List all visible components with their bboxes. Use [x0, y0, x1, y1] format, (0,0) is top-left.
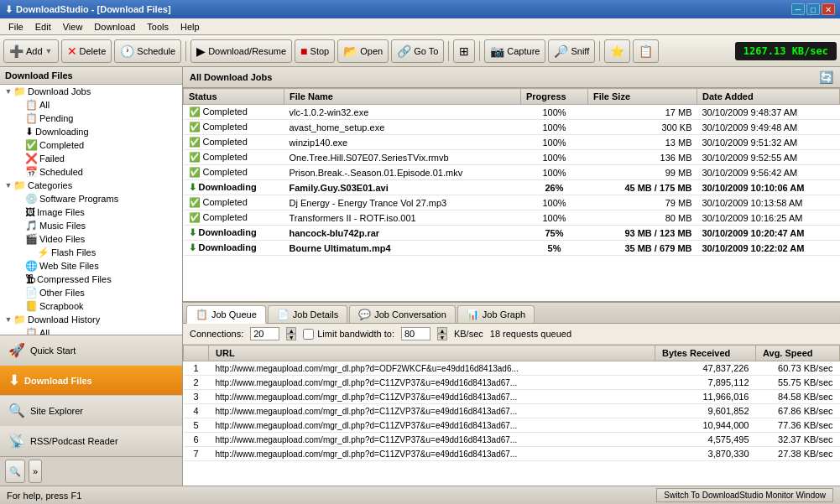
add-button[interactable]: ➕ Add ▼: [3, 39, 59, 63]
list-item[interactable]: 2 http://www.megaupload.com/mgr_dl.php?d…: [184, 376, 840, 390]
bandwidth-down[interactable]: ▼: [437, 334, 447, 340]
menu-view[interactable]: View: [58, 21, 88, 33]
table-row[interactable]: ⬇ Downloading hancock-blu742p.rar 75% 93…: [184, 226, 840, 241]
table-row[interactable]: ✅ Completed avast_home_setup.exe 100% 30…: [184, 120, 840, 135]
nav-item-quick-start[interactable]: 🚀Quick Start: [0, 335, 182, 366]
list-item[interactable]: 6 http://www.megaupload.com/mgr_dl.php?d…: [184, 433, 840, 447]
list-item[interactable]: 5 http://www.megaupload.com/mgr_dl.php?d…: [184, 418, 840, 433]
menu-download[interactable]: Download: [89, 21, 140, 33]
connections-table-container: URL Bytes Received Avg. Speed 1 http://w…: [183, 345, 840, 486]
sidebar-tree-item-software[interactable]: 💿Software Programs: [0, 192, 182, 205]
tab-job-conversation[interactable]: 💬Job Conversation: [349, 305, 456, 323]
sniff-button[interactable]: 🔎 Sniff: [548, 39, 595, 63]
content-title: All Download Jobs: [190, 72, 272, 82]
conn-speed: 32.37 KB/sec: [756, 433, 840, 447]
sidebar-tree-item-failed[interactable]: ❌Failed: [0, 152, 182, 165]
nav-item-download-files[interactable]: ⬇Download Files: [0, 366, 182, 396]
delete-button[interactable]: ✕ Delete: [61, 39, 112, 63]
title-bar-left: ⬇ DownloadStudio - [Download Files]: [5, 4, 171, 15]
job-size: 35 MB / 679 MB: [588, 241, 697, 256]
job-date: 30/10/2009 10:16:25 AM: [697, 210, 840, 226]
list-item[interactable]: 1 http://www.megaupload.com/mgr_dl.php?d…: [184, 361, 840, 376]
table-row[interactable]: ✅ Completed vlc-1.0.2-win32.exe 100% 17 …: [184, 105, 840, 120]
close-button[interactable]: ✕: [822, 3, 835, 15]
job-filename: One.Tree.Hill.S07E07.SeriesTVix.rmvb: [284, 150, 521, 165]
goto-button[interactable]: 🔗 Go To: [391, 39, 444, 63]
job-filename: avast_home_setup.exe: [284, 120, 521, 135]
refresh-icon[interactable]: 🔄: [819, 70, 833, 84]
sidebar-tree-item-other[interactable]: 📄Other Files: [0, 286, 182, 299]
minimize-button[interactable]: ─: [791, 3, 805, 15]
job-date: 30/10/2009 9:49:48 AM: [697, 120, 840, 135]
download-resume-button[interactable]: ▶ Download/Resume: [190, 39, 292, 63]
grid-button[interactable]: ⊞: [453, 39, 475, 63]
table-row[interactable]: ✅ Completed winzip140.exe 100% 13 MB 30/…: [184, 135, 840, 150]
table-row[interactable]: ⬇ Downloading Bourne Ultimatum.mp4 5% 35…: [184, 241, 840, 256]
connections-input[interactable]: [250, 327, 279, 340]
job-size: 93 MB / 123 MB: [588, 226, 697, 241]
job-status: ✅ Completed: [184, 150, 284, 165]
sidebar-tree-item-website[interactable]: 🌐Web Site Files: [0, 259, 182, 273]
sidebar-tree-item-scrapbook[interactable]: 📒Scrapbook: [0, 299, 182, 313]
sidebar-tree-item-flash[interactable]: ⚡Flash Files: [0, 246, 182, 259]
delete-icon: ✕: [67, 44, 77, 58]
menu-edit[interactable]: Edit: [30, 21, 56, 33]
job-date: 30/10/2009 10:13:58 AM: [697, 195, 840, 210]
sidebar-bottom-arrow[interactable]: »: [29, 460, 42, 483]
table-row[interactable]: ✅ Completed Transformers II - ROTF.iso.0…: [184, 210, 840, 226]
sidebar-tree-item-scheduled[interactable]: 📅Scheduled: [0, 165, 182, 179]
list-item[interactable]: 7 http://www.megaupload.com/mgr_dl.php?d…: [184, 447, 840, 461]
table-row[interactable]: ✅ Completed One.Tree.Hill.S07E07.SeriesT…: [184, 150, 840, 165]
menu-tools[interactable]: Tools: [142, 21, 174, 33]
table-row[interactable]: ⬇ Downloading Family.Guy.S03E01.avi 26% …: [184, 180, 840, 195]
star-button[interactable]: ⭐: [604, 39, 630, 63]
copy-button[interactable]: 📋: [633, 39, 659, 63]
list-item[interactable]: 4 http://www.megaupload.com/mgr_dl.php?d…: [184, 404, 840, 418]
tab-job-queue[interactable]: 📋Job Queue: [186, 305, 266, 324]
connections-down[interactable]: ▼: [286, 334, 296, 340]
sidebar-tree-item-categories[interactable]: ▼📁Categories: [0, 179, 182, 192]
conn-url: http://www.megaupload.com/mgr_dl.php?d=C…: [209, 404, 655, 418]
menu-help[interactable]: Help: [175, 21, 205, 33]
nav-item-rss-reader[interactable]: 📡RSS/Podcast Reader: [0, 426, 182, 456]
sidebar-tree-item-history-all[interactable]: 📋All: [0, 326, 182, 335]
sidebar-tree-item-compressed[interactable]: 🗜Compressed Files: [0, 273, 182, 286]
tab-job-graph[interactable]: 📊Job Graph: [457, 305, 535, 323]
bandwidth-limit-checkbox[interactable]: [303, 329, 314, 340]
capture-button[interactable]: 📷 Capture: [484, 39, 545, 63]
separator-1: [185, 41, 186, 61]
stop-icon: ■: [300, 44, 307, 58]
tab-job-details[interactable]: 📄Job Details: [268, 305, 347, 323]
sidebar-tree-item-completed[interactable]: ✅Completed: [0, 138, 182, 152]
sidebar-tree-item-image[interactable]: 🖼Image Files: [0, 205, 182, 219]
bandwidth-input[interactable]: [401, 327, 430, 340]
sidebar-tree-item-pending[interactable]: 📋Pending: [0, 112, 182, 125]
open-button[interactable]: 📂 Open: [337, 39, 389, 63]
list-item[interactable]: 3 http://www.megaupload.com/mgr_dl.php?d…: [184, 390, 840, 404]
maximize-button[interactable]: □: [806, 3, 820, 15]
connections-up[interactable]: ▲: [286, 327, 296, 334]
conn-url: http://www.megaupload.com/mgr_dl.php?d=C…: [209, 433, 655, 447]
nav-item-site-explorer[interactable]: 🔍Site Explorer: [0, 396, 182, 426]
sidebar-tree-item-history[interactable]: ▼📁Download History: [0, 313, 182, 326]
sidebar-tree-item-download-jobs[interactable]: ▼📁Download Jobs: [0, 85, 182, 98]
content-area: All Download Jobs 🔄 Status File Name Pro…: [183, 67, 840, 486]
table-row[interactable]: ✅ Completed Dj Energy - Energy Trance Vo…: [184, 195, 840, 210]
schedule-button[interactable]: 🕐 Schedule: [114, 39, 181, 63]
sidebar-tree-item-downloading[interactable]: ⬇Downloading: [0, 125, 182, 138]
monitor-button[interactable]: Switch To DownloadStudio Monitor Window: [656, 488, 833, 502]
sidebar-tree-item-music[interactable]: 🎵Music Files: [0, 219, 182, 232]
sidebar-bottom-search[interactable]: 🔍: [5, 460, 25, 483]
bandwidth-up[interactable]: ▲: [437, 327, 447, 334]
sidebar-tree-item-video[interactable]: 🎬Video Files: [0, 232, 182, 246]
table-row[interactable]: ✅ Completed Prison.Break.-.Season.01.Epi…: [184, 165, 840, 180]
job-size: 45 MB / 175 MB: [588, 180, 697, 195]
menu-file[interactable]: File: [3, 21, 29, 33]
job-date: 30/10/2009 9:56:42 AM: [697, 165, 840, 180]
col-date: Date Added: [697, 89, 840, 105]
job-date: 30/10/2009 10:20:47 AM: [697, 226, 840, 241]
stop-button[interactable]: ■ Stop: [295, 39, 335, 63]
sidebar-tree-item-all[interactable]: 📋All: [0, 98, 182, 112]
conn-speed: 84.58 KB/sec: [756, 390, 840, 404]
job-date: 30/10/2009 10:22:02 AM: [697, 241, 840, 256]
